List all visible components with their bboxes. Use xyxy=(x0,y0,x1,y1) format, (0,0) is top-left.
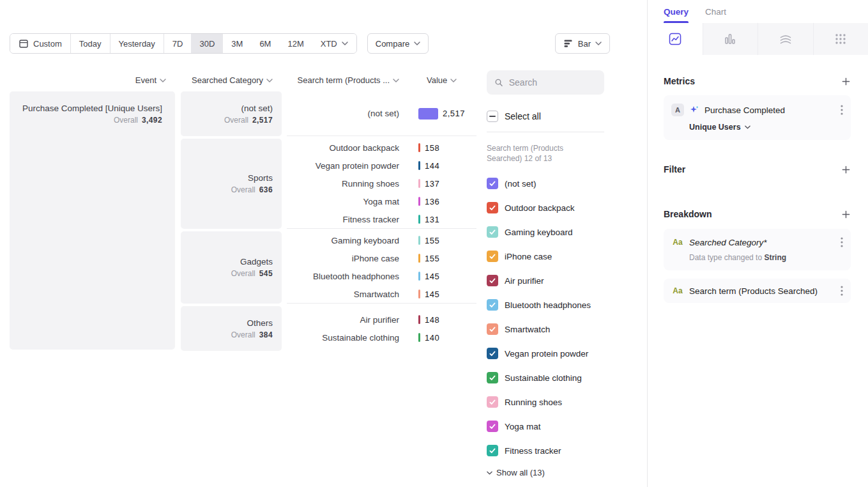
custom-range-button[interactable]: Custom xyxy=(10,34,71,53)
compare-button[interactable]: Compare xyxy=(367,33,429,54)
tab-query[interactable]: Query xyxy=(664,0,689,23)
category-overall: Overall636 xyxy=(231,185,273,194)
category-name: Sports xyxy=(248,173,273,183)
series-filter-item[interactable]: Sustainable clothing xyxy=(487,366,647,390)
breakdown-card[interactable]: AaSearched Category*Data type changed to… xyxy=(664,229,851,270)
value-bar xyxy=(418,315,420,324)
term-row[interactable]: Yoga mat136 xyxy=(287,192,476,210)
calendar-icon xyxy=(19,38,29,49)
term-row[interactable]: Bluetooth headphones145 xyxy=(287,267,476,285)
term-row[interactable]: Running shoes137 xyxy=(287,174,476,192)
breakdown-card[interactable]: AaSearch term (Products Searched) xyxy=(664,279,851,303)
series-filter-item[interactable]: Running shoes xyxy=(487,390,647,414)
add-filter-button[interactable] xyxy=(841,165,851,174)
series-badge: A xyxy=(671,104,684,116)
range-12m-button[interactable]: 12M xyxy=(279,34,312,53)
range-6m-button[interactable]: 6M xyxy=(251,34,279,53)
term-rows: Outdoor backpack158Vegan protein powder1… xyxy=(287,139,476,229)
kebab-menu-icon[interactable] xyxy=(841,286,843,296)
series-filter-item[interactable]: Vegan protein powder xyxy=(487,341,647,366)
series-checkbox[interactable] xyxy=(487,323,498,335)
term-row[interactable]: iPhone case155 xyxy=(287,249,476,267)
series-checkbox[interactable] xyxy=(487,251,498,262)
check-icon xyxy=(489,180,496,187)
series-filter-item[interactable]: Outdoor backpack xyxy=(487,196,647,220)
term-row[interactable]: (not set)2,517 xyxy=(287,105,476,123)
range-yesterday-button[interactable]: Yesterday xyxy=(110,34,164,53)
series-filter-item[interactable]: Yoga mat xyxy=(487,414,647,438)
series-checkbox[interactable] xyxy=(487,226,498,238)
term-row[interactable]: Fitness tracker131 xyxy=(287,210,476,228)
series-checkbox[interactable] xyxy=(487,275,498,286)
kebab-menu-icon[interactable] xyxy=(841,237,843,247)
term-label: Yoga mat xyxy=(287,197,409,206)
view-tab-bar-chart[interactable] xyxy=(703,23,758,55)
show-all-button[interactable]: Show all (13) xyxy=(487,468,647,477)
breakdown-note: Data type changed to String xyxy=(689,253,843,262)
value-label: 145 xyxy=(425,272,439,281)
category-cell[interactable]: GadgetsOverall545 xyxy=(181,231,282,304)
category-cell[interactable]: (not set)Overall2,517 xyxy=(181,91,282,136)
category-cell[interactable]: OthersOverall384 xyxy=(181,306,282,351)
content-row: Event Searched Category Search term (Pro… xyxy=(0,54,647,477)
series-filter-item[interactable]: Air purifier xyxy=(487,268,647,293)
value-label: 158 xyxy=(425,143,439,153)
add-breakdown-button[interactable] xyxy=(841,210,851,219)
series-checkbox[interactable] xyxy=(487,372,498,383)
check-icon xyxy=(489,301,496,309)
tab-chart[interactable]: Chart xyxy=(705,0,726,23)
series-checkbox[interactable] xyxy=(487,348,498,359)
series-checkbox[interactable] xyxy=(487,445,498,456)
chart-type-button[interactable]: Bar xyxy=(555,33,610,54)
series-checkbox[interactable] xyxy=(487,202,498,213)
term-label: Fitness tracker xyxy=(287,215,409,224)
series-filter-item[interactable]: iPhone case xyxy=(487,244,647,268)
term-row[interactable]: Vegan protein powder144 xyxy=(287,157,476,174)
view-tab-stacked-chart[interactable] xyxy=(758,23,813,55)
series-checkbox[interactable] xyxy=(487,178,498,189)
search-box[interactable] xyxy=(487,70,604,95)
aggregation-selector[interactable]: Unique Users xyxy=(689,123,843,132)
kebab-menu-icon[interactable] xyxy=(841,105,843,115)
series-filter-item[interactable]: Bluetooth headphones xyxy=(487,293,647,317)
category-cell[interactable]: SportsOverall636 xyxy=(181,139,282,229)
column-header-value[interactable]: Value xyxy=(409,75,476,85)
range-label: 3M xyxy=(231,39,243,49)
view-tab-grid[interactable] xyxy=(813,23,868,55)
range-3m-button[interactable]: 3M xyxy=(223,34,251,53)
view-tab-line-chart[interactable] xyxy=(648,23,703,55)
column-header-category[interactable]: Searched Category xyxy=(181,75,282,85)
series-checkbox[interactable] xyxy=(487,421,498,432)
series-checkbox[interactable] xyxy=(487,299,498,311)
value-label: 145 xyxy=(425,290,439,299)
select-all[interactable]: Select all xyxy=(487,111,647,122)
series-checkbox[interactable] xyxy=(487,396,498,408)
value-label: 144 xyxy=(425,161,439,171)
term-row[interactable]: Smartwatch145 xyxy=(287,285,476,303)
range-30d-button[interactable]: 30D xyxy=(191,34,223,53)
add-metric-button[interactable] xyxy=(841,77,851,86)
range-today-button[interactable]: Today xyxy=(71,34,110,53)
event-cell[interactable]: Purchase Completed [Unique Users] Overal… xyxy=(10,91,175,350)
series-filter-item[interactable]: (not set) xyxy=(487,171,647,196)
series-filter-item[interactable]: Gaming keyboard xyxy=(487,220,647,244)
term-row[interactable]: Outdoor backpack158 xyxy=(287,139,476,157)
metric-card[interactable]: A Purchase Completed Unique Users xyxy=(664,95,851,140)
divider xyxy=(487,132,604,132)
series-filter-item[interactable]: Fitness tracker xyxy=(487,438,647,463)
column-header-event[interactable]: Event xyxy=(10,75,175,85)
range-xtd-button[interactable]: XTD xyxy=(312,34,356,53)
term-label: Air purifier xyxy=(287,315,409,325)
series-checklist: (not set)Outdoor backpackGaming keyboard… xyxy=(487,171,647,463)
term-row[interactable]: Sustainable clothing140 xyxy=(287,329,476,346)
series-filter-item[interactable]: Smartwatch xyxy=(487,317,647,341)
select-all-checkbox[interactable] xyxy=(487,111,498,122)
search-input[interactable] xyxy=(509,77,597,88)
range-label: 6M xyxy=(259,39,271,49)
range-7d-button[interactable]: 7D xyxy=(164,34,192,53)
column-header-term[interactable]: Search term (Products ... xyxy=(287,75,409,85)
term-row[interactable]: Air purifier148 xyxy=(287,311,476,329)
overall-value: 384 xyxy=(259,330,273,339)
term-row[interactable]: Gaming keyboard155 xyxy=(287,231,476,249)
series-filter-label: Running shoes xyxy=(505,398,562,407)
